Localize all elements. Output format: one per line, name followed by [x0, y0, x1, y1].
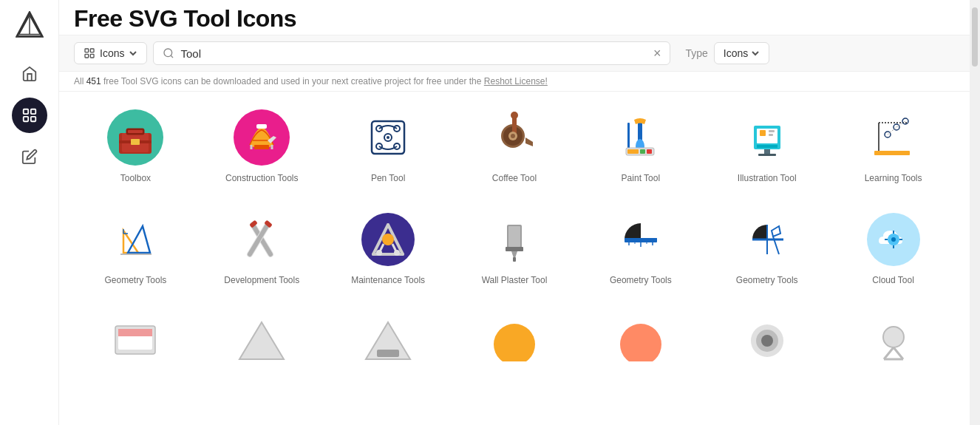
- geometry-tools-1-icon-img: [106, 210, 165, 269]
- maintenance-tools-label: Maintenance Tools: [351, 275, 425, 287]
- svg-point-11: [164, 49, 172, 57]
- coffee-tool-icon-img: [485, 108, 544, 167]
- geometry-tools-3-icon-img: [738, 210, 797, 269]
- toolbox-icon-img: [106, 108, 165, 167]
- search-type-label: Icons: [100, 47, 124, 59]
- pen-tool-icon-img: [358, 108, 418, 167]
- scrollbar[interactable]: [970, 0, 980, 425]
- icon-cell-partial5[interactable]: [579, 302, 702, 361]
- icon-cell-maintenance-tools[interactable]: Maintenance Tools: [327, 201, 450, 296]
- svg-point-36: [511, 112, 518, 119]
- svg-rect-86: [513, 257, 516, 262]
- svg-point-38: [511, 134, 515, 138]
- svg-rect-3: [23, 109, 27, 114]
- icon-cell-geometry-tools-3[interactable]: Geometry Tools: [705, 201, 828, 296]
- svg-rect-53: [769, 134, 773, 136]
- svg-rect-44: [640, 149, 645, 154]
- svg-rect-17: [128, 130, 143, 133]
- development-tools-icon-img: [232, 210, 291, 269]
- geometry-tools-3-label: Geometry Tools: [736, 275, 798, 287]
- pen-tool-label: Pen Tool: [371, 173, 405, 185]
- svg-rect-62: [874, 151, 910, 155]
- learning-tools-label: Learning Tools: [865, 173, 922, 185]
- svg-line-116: [884, 347, 894, 359]
- svg-marker-64: [128, 226, 150, 253]
- sidebar-item-home[interactable]: [12, 56, 47, 92]
- svg-rect-9: [85, 55, 89, 58]
- development-tools-label: Development Tools: [224, 275, 299, 287]
- license-link[interactable]: Reshot License!: [484, 76, 548, 86]
- partial2-icon-img: [232, 311, 291, 361]
- svg-point-103: [891, 237, 896, 242]
- type-value: Icons: [724, 47, 748, 59]
- icons-grid-row1: Toolbox: [74, 99, 955, 295]
- icons-grid-row3: [74, 302, 955, 361]
- icon-cell-partial6[interactable]: [705, 302, 828, 361]
- type-select-button[interactable]: Icons: [714, 42, 769, 64]
- svg-line-117: [894, 347, 903, 359]
- search-type-button[interactable]: Icons: [74, 42, 147, 64]
- svg-rect-4: [30, 109, 35, 114]
- svg-line-60: [888, 127, 896, 135]
- clear-search-button[interactable]: ×: [653, 47, 661, 60]
- svg-rect-43: [627, 149, 639, 154]
- svg-point-110: [494, 324, 535, 361]
- svg-rect-45: [647, 149, 652, 154]
- svg-rect-88: [625, 238, 657, 240]
- construction-tools-label: Construction Tools: [225, 173, 299, 185]
- icon-cell-geometry-tools-1[interactable]: Geometry Tools: [74, 201, 197, 296]
- partial5-icon-img: [611, 311, 670, 361]
- sidebar-item-icons[interactable]: [12, 98, 47, 133]
- icon-cell-wall-plaster-tool[interactable]: Wall Plaster Tool: [453, 201, 576, 296]
- search-input-wrapper: ×: [153, 41, 670, 65]
- search-icon: [163, 47, 174, 59]
- search-bar: Icons × Type Icons: [59, 35, 970, 72]
- svg-rect-48: [757, 145, 777, 148]
- sidebar-item-edit[interactable]: [12, 139, 47, 174]
- svg-point-82: [394, 250, 400, 256]
- cloud-tool-label: Cloud Tool: [872, 275, 913, 287]
- svg-rect-49: [764, 149, 770, 154]
- icon-cell-pen-tool[interactable]: Pen Tool: [327, 99, 450, 194]
- icon-cell-illustration-tool[interactable]: Illustration Tool: [705, 99, 828, 194]
- chevron-down-icon: [129, 49, 137, 58]
- logo: [12, 7, 47, 43]
- learning-tools-icon-img: [864, 108, 923, 167]
- scrollbar-thumb[interactable]: [972, 7, 978, 67]
- svg-point-111: [620, 324, 661, 361]
- paint-tool-icon-img: [611, 108, 670, 167]
- icon-cell-coffee-tool[interactable]: Coffee Tool: [453, 99, 576, 194]
- icon-cell-partial3[interactable]: [327, 302, 450, 361]
- icon-cell-paint-tool[interactable]: Paint Tool: [579, 99, 702, 194]
- icon-cell-partial7[interactable]: [831, 302, 955, 361]
- icon-cell-development-tools[interactable]: Development Tools: [200, 201, 324, 296]
- partial3-icon-img: [358, 311, 418, 361]
- type-label: Type: [685, 47, 707, 59]
- svg-rect-19: [131, 139, 140, 145]
- svg-rect-41: [627, 123, 630, 149]
- icon-cell-geometry-tools-2[interactable]: Geometry Tools: [579, 201, 702, 296]
- svg-point-114: [761, 335, 773, 347]
- partial7-icon-img: [864, 311, 923, 361]
- subtitle: All 451 free Tool SVG icons can be downl…: [59, 72, 970, 92]
- illustration-tool-icon-img: [738, 108, 797, 167]
- svg-point-78: [382, 234, 394, 245]
- paint-tool-label: Paint Tool: [622, 173, 660, 185]
- svg-point-81: [376, 250, 382, 256]
- type-chevron-icon: [751, 49, 760, 58]
- icon-cell-toolbox[interactable]: Toolbox: [74, 99, 197, 194]
- search-input[interactable]: [180, 47, 647, 60]
- icon-cell-learning-tools[interactable]: Learning Tools: [831, 99, 955, 194]
- icon-cell-partial2[interactable]: [200, 302, 324, 361]
- partial6-icon-img: [738, 311, 797, 361]
- icon-cell-partial4[interactable]: [453, 302, 576, 361]
- icon-cell-cloud-tool[interactable]: Cloud Tool: [831, 201, 955, 296]
- svg-rect-52: [769, 130, 775, 132]
- main-content: Free SVG Tool Icons Icons: [59, 0, 970, 425]
- geometry-tools-1-label: Geometry Tools: [105, 275, 167, 287]
- icon-cell-partial1[interactable]: [74, 302, 197, 361]
- svg-rect-50: [758, 154, 776, 156]
- svg-rect-7: [85, 49, 89, 52]
- icon-cell-construction-tools[interactable]: Construction Tools: [200, 99, 324, 194]
- sidebar: [0, 0, 59, 425]
